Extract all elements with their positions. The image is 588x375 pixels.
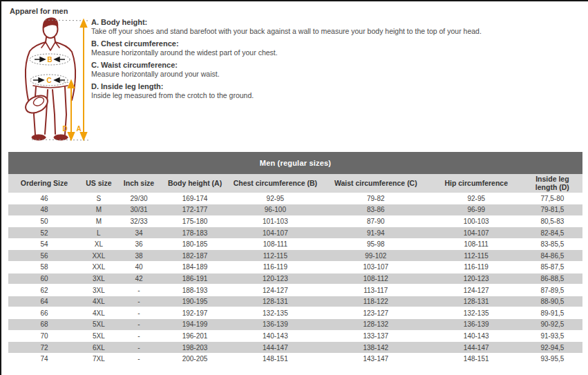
table-cell: 190-195 (160, 296, 229, 307)
table-cell: 200-205 (160, 353, 229, 365)
table-cell: 104-107 (430, 227, 522, 239)
table-row: 54XL36180-185108-11195-98108-11183-85,5 (8, 238, 582, 250)
table-cell: 194-199 (160, 319, 229, 331)
table-cell: - (117, 285, 160, 296)
table-row: 664XL-192-197132-135123-127132-13589-91,… (8, 307, 582, 319)
table-cell: 198-203 (160, 342, 229, 354)
table-cell: 96-99 (430, 204, 522, 216)
table-row: 48M30/31172-17796-10083-8696-9979-81,5 (8, 204, 582, 216)
measurement-description: Inside leg measured from the crotch to t… (91, 91, 578, 100)
table-cell: 116-119 (229, 262, 321, 273)
table-cell: 46 (8, 193, 80, 204)
table-cell: 40 (117, 262, 160, 273)
table-cell: - (117, 319, 160, 331)
size-table-section: Men (regular sizes) Ordering SizeUS size… (8, 152, 582, 365)
table-cell: 133-137 (321, 330, 430, 342)
table-cell: M (80, 204, 117, 216)
table-cell: 88-90,5 (522, 296, 582, 307)
marker-a: A (76, 125, 81, 133)
size-table-body: 46S29/30169-17492-9579-8292-9577,5-8048M… (8, 193, 582, 365)
measurement-item-a: A. Body height: Take off your shoes and … (91, 17, 578, 36)
table-cell: 92-94,5 (522, 342, 582, 354)
table-cell: 85-87,5 (522, 262, 582, 273)
table-cell: 95-98 (321, 238, 430, 250)
measurement-label: D. Inside leg length: (91, 81, 578, 91)
inside-leg-arrow-D (68, 81, 74, 140)
table-cell: XXL (80, 250, 117, 262)
table-cell: 140-143 (229, 330, 321, 342)
table-cell: - (117, 342, 160, 354)
table-cell: 103-107 (321, 262, 430, 273)
table-cell: M (80, 215, 117, 227)
table-cell: 32/33 (117, 215, 160, 227)
column-header: Hip circumference (430, 174, 522, 193)
size-table: Ordering SizeUS sizeInch sizeBody height… (8, 174, 582, 365)
measurement-label: B. Chest circumference: (91, 39, 578, 48)
table-cell: 86-88,5 (522, 273, 582, 285)
table-cell: 89-91,5 (522, 307, 582, 319)
table-cell: 4XL (80, 307, 117, 319)
man-measurement-illustration: B C D A (7, 12, 95, 149)
table-cell: 70 (8, 330, 80, 342)
measurement-figure: B C D A (7, 12, 95, 149)
table-cell: 60 (8, 273, 80, 285)
table-cell: XL (80, 238, 117, 250)
table-cell: 99-102 (321, 250, 430, 262)
height-arrow-A (81, 20, 86, 140)
column-header: Inside leg length (D) (522, 174, 582, 193)
table-cell: 184-189 (160, 262, 229, 273)
table-cell: 7XL (80, 353, 117, 365)
table-cell: 58 (8, 262, 80, 273)
table-cell: 136-139 (229, 319, 321, 331)
table-cell: - (117, 330, 160, 342)
table-cell: 144-147 (430, 342, 522, 354)
table-cell: - (117, 296, 160, 307)
table-cell: 66 (8, 307, 80, 319)
measurement-label: C. Waist circumference: (91, 60, 578, 70)
table-row: 685XL-194-199136-139128-132136-13990-92,… (8, 319, 582, 331)
measurement-instructions: A. Body height: Take off your shoes and … (91, 17, 578, 103)
column-header: Chest circumference (B) (229, 174, 321, 193)
table-row: 726XL-198-203144-147138-142144-14792-94,… (8, 342, 582, 354)
table-cell: 186-191 (160, 273, 229, 285)
table-cell: 38 (117, 250, 160, 262)
table-cell: 91-94 (321, 227, 430, 239)
table-cell: 188-193 (160, 285, 229, 296)
table-cell: 6XL (80, 342, 117, 354)
table-row: 603XL42186-191120-123108-112120-12386-88… (8, 273, 582, 285)
table-cell: 128-131 (430, 296, 522, 307)
table-cell: 144-147 (229, 342, 321, 354)
table-cell: 108-112 (321, 273, 430, 285)
table-cell: 112-115 (229, 250, 321, 262)
table-cell: 48 (8, 204, 80, 216)
measurement-description: Take off your shoes and stand barefoot w… (91, 27, 578, 36)
table-cell: 101-103 (229, 215, 321, 227)
table-cell: 79-82 (321, 193, 430, 204)
table-cell: 87-89,5 (522, 285, 582, 296)
table-cell: 118-122 (321, 296, 430, 307)
table-cell: 74 (8, 353, 80, 365)
table-row: 46S29/30169-17492-9579-8292-9577,5-80 (8, 193, 582, 204)
table-cell: 120-123 (229, 273, 321, 285)
table-cell: 143-147 (321, 353, 430, 365)
column-header: Inch size (117, 174, 160, 193)
table-cell: 68 (8, 319, 80, 331)
table-row: 747XL-200-205148-151143-147148-15193-95,… (8, 353, 582, 365)
size-chart-page: Apparel for men (0, 0, 588, 375)
table-cell: 132-135 (430, 307, 522, 319)
table-cell: 83-86 (321, 204, 430, 216)
table-cell: 100-103 (430, 215, 522, 227)
table-cell: L (80, 227, 117, 239)
table-cell: 34 (117, 227, 160, 239)
table-cell: 113-117 (321, 285, 430, 296)
table-cell: 30/31 (117, 204, 160, 216)
table-cell: 169-174 (160, 193, 229, 204)
table-cell: 112-115 (430, 250, 522, 262)
table-cell: 180-185 (160, 238, 229, 250)
table-cell: 175-180 (160, 215, 229, 227)
table-cell: 172-177 (160, 204, 229, 216)
table-cell: 148-151 (430, 353, 522, 365)
table-cell: 128-132 (321, 319, 430, 331)
measurement-guide-section: Apparel for men (1, 1, 588, 151)
table-cell: 91-93,5 (522, 330, 582, 342)
